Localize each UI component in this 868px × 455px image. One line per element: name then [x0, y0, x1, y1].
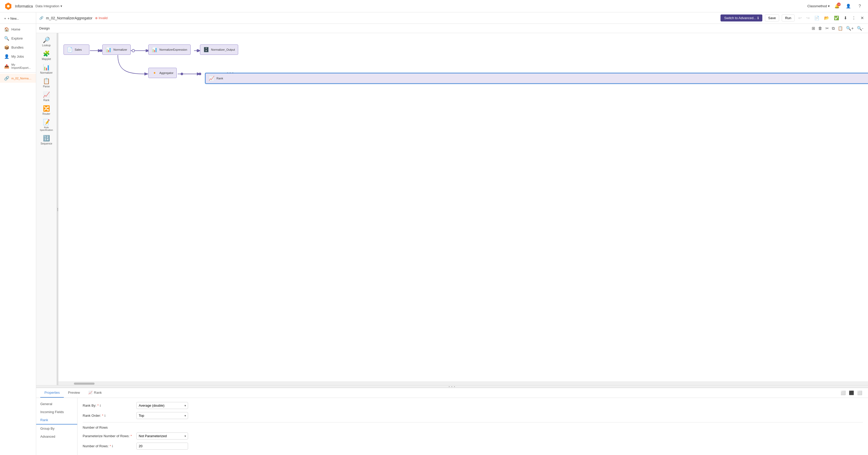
svg-point-10 — [100, 49, 102, 52]
notifications-button[interactable]: 🔔 13 — [833, 2, 841, 10]
rank-order-info-icon[interactable]: ℹ — [104, 414, 106, 418]
zoom-out-button[interactable]: 🔍- — [855, 25, 865, 32]
rank-by-select-wrapper: Average (double) Min Max Sum ▾ — [136, 402, 188, 409]
flow-node-normexpr[interactable]: 📊 NormalizerExpression — [148, 45, 191, 55]
props-nav-groupby[interactable]: Group By — [36, 425, 77, 432]
splitter[interactable]: • • • — [36, 385, 868, 388]
sidebar-item-bundles[interactable]: 📦 Bundles — [0, 43, 36, 52]
rank-icon: 📈 — [43, 91, 50, 98]
sidebar: + + New... 🏠 Home 🔍 Explore 📦 Bundles 👤 … — [0, 12, 36, 455]
tab-preview[interactable]: Preview — [64, 388, 84, 398]
num-rows-label: Number of Rows:* ℹ — [83, 444, 134, 448]
app-subtitle[interactable]: Data Integration ▾ — [35, 4, 62, 8]
sidebar-item-myjobs[interactable]: 👤 My Jobs — [0, 52, 36, 61]
delete-button[interactable]: 🗑 — [816, 25, 824, 32]
canvas-scrollbar[interactable] — [58, 381, 868, 385]
side-panel-item-parse[interactable]: 📋 Parse — [37, 76, 56, 89]
top-nav-left: Informatica Data Integration ▾ — [4, 2, 62, 10]
paste-button[interactable]: 📋 — [836, 25, 844, 32]
flow-node-normalizer[interactable]: 📊 Normalizer — [102, 45, 131, 55]
number-rows-title: Number of Rows — [83, 426, 863, 429]
panel-layout-bottom-button[interactable]: ⬛ — [847, 389, 856, 396]
myimport-icon: 📤 — [4, 64, 9, 69]
copy-button[interactable]: ⧉ — [830, 25, 836, 32]
parameterize-label: Parameterize Number of Rows:* — [83, 434, 134, 438]
help-button[interactable]: ? — [856, 2, 864, 10]
side-panel-item-rule-spec[interactable]: 📝 Rule Specification — [37, 117, 56, 133]
props-nav-incoming[interactable]: Incoming Fields — [36, 408, 77, 416]
parameterize-select[interactable]: Not Parameterized Parameterized — [136, 432, 188, 439]
export-button[interactable]: ⬇ — [843, 15, 848, 22]
side-panel-item-router[interactable]: 🔀 Router — [37, 104, 56, 117]
normout-label: Normalizer_Output — [211, 48, 235, 51]
sidebar-item-home[interactable]: 🏠 Home — [0, 25, 36, 34]
panel-layout-split-button[interactable]: ⬜ — [839, 389, 847, 396]
mapping-canvas[interactable]: 📄 Sales 📊 Normalizer 📊 NormalizerExpress… — [58, 33, 868, 385]
cut-button[interactable]: ✂ — [824, 25, 830, 32]
properties-panel: Properties Preview 📈 Rank ⬜ ⬛ ⬜ General — [36, 388, 868, 455]
close-button[interactable]: ✕ — [860, 15, 865, 22]
props-nav-general[interactable]: General — [36, 400, 77, 408]
explore-icon: 🔍 — [4, 36, 9, 41]
sidebar-item-myimport[interactable]: 📤 My Import/Export... — [0, 61, 36, 72]
more-button[interactable]: ⋮ — [851, 15, 857, 22]
aggregator-label: Aggregator — [159, 72, 173, 75]
redo-button[interactable]: ↪ — [805, 15, 811, 22]
save-button[interactable]: Save — [765, 15, 779, 22]
sidebar-item-explore[interactable]: 🔍 Explore — [0, 34, 36, 43]
open-button[interactable]: 📂 — [823, 15, 830, 22]
design-toolbar: Design ⊞ 🗑 ✂ ⧉ 📋 🔍+ 🔍- — [36, 24, 868, 33]
zoom-in-button[interactable]: 🔍+ — [844, 25, 855, 32]
app-title: Informatica — [15, 4, 33, 8]
tab-properties[interactable]: Properties — [40, 388, 64, 398]
side-panel-item-rank[interactable]: 📈 Rank — [37, 90, 56, 103]
splitter-dots: • • • — [449, 385, 456, 388]
grid-view-button[interactable]: ⊞ — [810, 25, 816, 32]
rank-tab-icon: 📈 — [88, 391, 92, 395]
sidebar-item-mapping[interactable]: 🔗 m_02_Normalizer... — [0, 74, 36, 83]
side-panel-item-mapplet[interactable]: 🧩 Mapplet — [37, 49, 56, 62]
rank-order-select[interactable]: Top Bottom — [136, 412, 188, 419]
flow-node-sales[interactable]: 📄 Sales — [64, 45, 89, 55]
canvas-container: 🔎 Lookup 🧩 Mapplet 📊 Normalizer 📋 Parse — [36, 33, 868, 385]
router-icon: 🔀 — [43, 105, 50, 112]
run-button[interactable]: Run — [782, 15, 795, 22]
mapping-header-icon: 🔗 — [39, 16, 43, 20]
num-rows-info-icon[interactable]: ℹ — [112, 445, 113, 448]
num-rows-input[interactable] — [136, 443, 188, 450]
flow-node-rank[interactable]: 📈 Rank — [205, 73, 868, 84]
myjobs-icon: 👤 — [4, 54, 9, 59]
props-nav-rank[interactable]: Rank — [36, 416, 77, 425]
undo-button[interactable]: ↩ — [797, 15, 803, 22]
side-panel-item-sequence[interactable]: 🔢 Sequence — [37, 134, 56, 147]
side-panel-item-normalizer[interactable]: 📊 Normalizer — [37, 62, 56, 76]
properties-main: Rank By:* ℹ Average (double) Min Max Sum… — [78, 398, 868, 455]
rank-by-info-icon[interactable]: ℹ — [100, 404, 101, 407]
new-mapping-button[interactable]: 📄 — [813, 15, 820, 22]
flow-node-aggregator[interactable]: 🔸 Aggregator — [148, 68, 177, 78]
switch-advanced-button[interactable]: Switch to Advanced... ℹ — [720, 15, 762, 22]
normalizer-node-icon: 📊 — [106, 47, 111, 53]
svg-point-14 — [181, 73, 183, 75]
top-nav: Informatica Data Integration ▾ Classmeth… — [0, 0, 868, 12]
user-button[interactable]: 👤 — [844, 2, 852, 10]
rank-order-select-wrapper: Top Bottom ▾ — [136, 412, 188, 419]
rank-by-select[interactable]: Average (double) Min Max Sum — [136, 402, 188, 409]
parse-icon: 📋 — [43, 78, 50, 85]
flow-node-normout[interactable]: 🗄️ Normalizer_Output — [200, 45, 238, 55]
classmethod-button[interactable]: Classmethod ▾ — [807, 4, 830, 8]
svg-point-13 — [196, 49, 199, 52]
tab-rank[interactable]: 📈 Rank — [84, 388, 106, 398]
side-component-panel: 🔎 Lookup 🧩 Mapplet 📊 Normalizer 📋 Parse — [36, 33, 57, 385]
validate-button[interactable]: ✅ — [833, 15, 840, 22]
panel-layout-full-button[interactable]: ⬜ — [856, 389, 864, 396]
sidebar-divider — [0, 24, 36, 24]
design-title: Design — [39, 26, 50, 30]
new-button[interactable]: + + New... — [0, 15, 36, 23]
mapplet-icon: 🧩 — [43, 50, 50, 57]
svg-point-12 — [132, 49, 134, 52]
sales-label: Sales — [75, 48, 82, 51]
rule-spec-icon: 📝 — [43, 119, 50, 126]
props-nav-advanced[interactable]: Advanced — [36, 432, 77, 440]
side-panel-item-lookup[interactable]: 🔎 Lookup — [37, 35, 56, 48]
